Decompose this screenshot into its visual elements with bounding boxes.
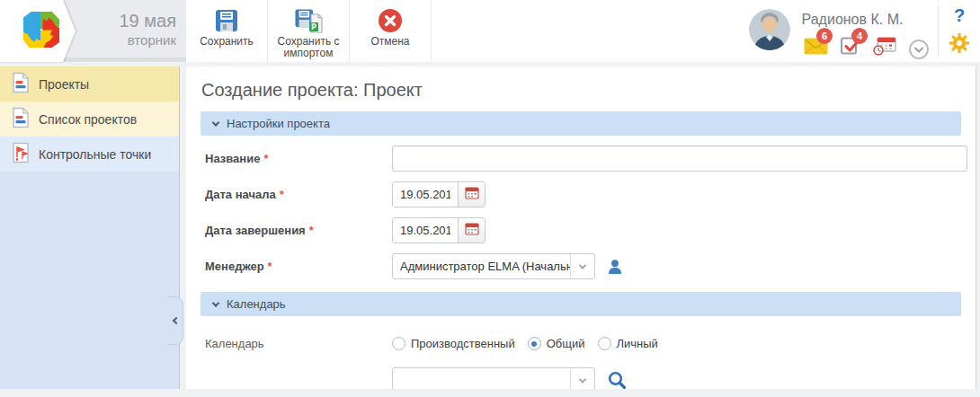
radio-label: Общий: [547, 337, 585, 350]
date-weekday: вторник: [86, 31, 176, 49]
required-asterisk: *: [263, 152, 268, 165]
sidebar-collapse-handle[interactable]: [167, 296, 183, 345]
calendar-icon: [465, 222, 479, 239]
end-date-group: [392, 217, 486, 243]
radio-label: Производственный: [411, 337, 515, 350]
radio-common[interactable]: Общий: [528, 337, 585, 350]
manager-select-value: Администратор ELMA (Начальник отде: [393, 254, 570, 278]
user-avatar[interactable]: [749, 9, 790, 50]
section-title: Настройки проекта: [227, 117, 330, 130]
project-document-icon: [12, 72, 30, 96]
field-row-end-date: Дата завершения*: [205, 217, 976, 243]
end-date-input[interactable]: [393, 218, 458, 243]
help-button[interactable]: ?: [946, 5, 973, 26]
chevron-left-icon: [173, 317, 180, 324]
cancel-x-icon: [377, 5, 404, 35]
save-import-icon: P: [293, 5, 324, 35]
end-date-label: Дата завершения*: [205, 224, 392, 237]
user-name[interactable]: Радионов К. М.: [795, 12, 910, 28]
radio-production[interactable]: Производственный: [392, 337, 515, 350]
cancel-button[interactable]: Отмена: [350, 0, 432, 62]
calendar-label: Календарь: [205, 337, 392, 350]
section-title: Календарь: [227, 297, 286, 311]
left-sidebar: Проекты Список проектов: [0, 66, 180, 389]
sidebar-item-label: Список проектов: [39, 112, 137, 127]
header-separator: [938, 5, 939, 57]
save-with-import-button[interactable]: P Сохранить с импортом: [268, 0, 350, 62]
chevron-down-circle-icon[interactable]: [908, 39, 930, 64]
sidebar-item-milestones[interactable]: Контрольные точки: [0, 137, 179, 172]
calendar-icon: [465, 186, 479, 203]
field-row-calendar: Календарь Производственный Общий Личный: [205, 331, 976, 357]
sidebar-item-label: Контрольные точки: [39, 147, 151, 162]
section-project-settings[interactable]: Настройки проекта: [200, 111, 961, 136]
field-row-start-date: Дата начала*: [205, 181, 976, 207]
calendar-search-select[interactable]: [392, 367, 595, 389]
current-date: 19 мая вторник: [86, 10, 176, 49]
user-picker-icon[interactable]: [607, 259, 623, 275]
sidebar-item-project-list[interactable]: Список проектов: [0, 101, 179, 137]
svg-text:P: P: [311, 23, 316, 31]
top-header: Сохранить P: [0, 0, 980, 62]
elma-app-window: Сохранить P: [0, 0, 980, 397]
start-date-picker-button[interactable]: [458, 182, 485, 207]
start-date-input[interactable]: [393, 182, 458, 207]
sidebar-item-label: Проекты: [39, 77, 89, 92]
name-input[interactable]: [392, 146, 967, 172]
mail-badge: 6: [816, 28, 833, 44]
start-date-group: [392, 181, 486, 207]
settings-gear-icon[interactable]: [949, 32, 970, 57]
elma-logo-icon: [23, 12, 59, 51]
milestone-flags-icon: [12, 142, 30, 166]
required-asterisk: *: [309, 224, 314, 237]
sidebar-item-projects[interactable]: Проекты: [0, 66, 179, 101]
logo-block[interactable]: [0, 0, 77, 62]
save-button[interactable]: Сохранить: [186, 0, 268, 62]
chevron-down-icon: [212, 119, 219, 126]
chevron-down-icon: [579, 261, 586, 269]
search-icon[interactable]: [607, 370, 628, 389]
radio-circle[interactable]: [392, 337, 405, 350]
radio-circle-checked[interactable]: [528, 337, 541, 350]
radio-personal[interactable]: Личный: [598, 337, 658, 350]
tasks-badge: 4: [851, 28, 868, 44]
section-calendar[interactable]: Календарь: [200, 292, 961, 316]
field-row-name: Название*: [205, 146, 976, 172]
start-date-label: Дата начала*: [205, 188, 392, 201]
manager-select[interactable]: Администратор ELMA (Начальник отде: [392, 253, 595, 279]
chevron-down-icon: [579, 375, 586, 383]
save-with-import-label: Сохранить с импортом: [268, 35, 349, 59]
calendar-radio-group: Производственный Общий Личный: [392, 337, 658, 350]
name-label: Название*: [205, 152, 392, 165]
date-day: 19 мая: [86, 10, 176, 31]
end-date-picker-button[interactable]: [458, 218, 485, 243]
page-title: Создание проекта: Проект: [201, 80, 976, 101]
chevron-down-icon: [212, 299, 219, 306]
project-document-icon: [12, 107, 30, 131]
cancel-button-label: Отмена: [368, 35, 412, 48]
calendar-clock-icon[interactable]: [873, 37, 896, 59]
save-floppy-icon: [213, 5, 240, 35]
field-row-manager: Менеджер* Администратор ELMA (Начальник …: [205, 253, 976, 279]
save-button-label: Сохранить: [197, 35, 256, 48]
field-row-calendar-search: [205, 367, 976, 389]
main-content: Создание проекта: Проект Настройки проек…: [186, 66, 976, 389]
manager-select-dropdown-button[interactable]: [570, 254, 594, 278]
required-asterisk: *: [280, 188, 284, 201]
manager-label: Менеджер*: [205, 260, 392, 273]
calendar-search-dropdown-button[interactable]: [570, 368, 594, 389]
radio-label: Личный: [617, 337, 658, 350]
calendar-search-value: [393, 368, 570, 389]
radio-circle[interactable]: [598, 337, 611, 350]
required-asterisk: *: [268, 260, 272, 273]
